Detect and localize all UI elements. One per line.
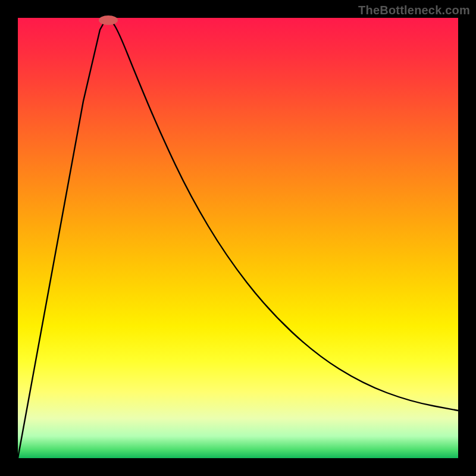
credit-label: TheBottleneck.com <box>358 4 470 17</box>
chart-container: TheBottleneck.com <box>0 0 476 476</box>
min-marker <box>99 15 118 25</box>
chart-overlay <box>18 18 458 458</box>
v-curve <box>18 19 458 458</box>
